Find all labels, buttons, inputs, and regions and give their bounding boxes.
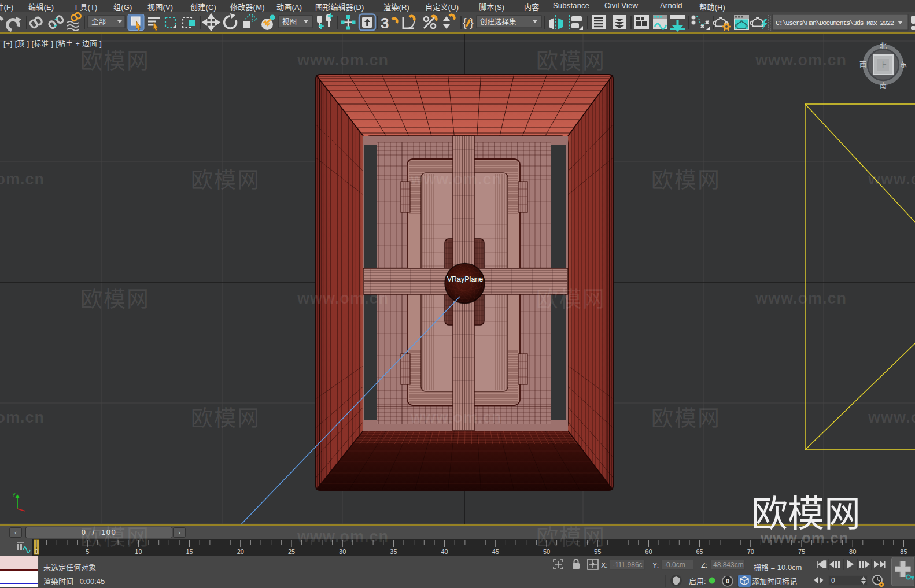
svg-text:北: 北 [880, 40, 887, 50]
svg-text:东: 东 [900, 59, 907, 69]
svg-text:45: 45 [492, 548, 499, 555]
svg-text:25: 25 [288, 548, 295, 555]
svg-text:85: 85 [900, 548, 907, 555]
svg-text:西: 西 [859, 59, 866, 69]
svg-text:15: 15 [186, 548, 193, 555]
svg-text:视图: 视图 [282, 16, 297, 27]
svg-text:0: 0 [35, 548, 38, 555]
svg-text:75: 75 [798, 548, 805, 555]
svg-text:上: 上 [879, 59, 887, 70]
svg-text:55: 55 [594, 548, 601, 555]
svg-text:C:\Users\Han\Documents\3ds Max: C:\Users\Han\Documents\3ds Max 2022 [776, 19, 894, 27]
svg-text:30: 30 [339, 548, 346, 555]
svg-text:20: 20 [237, 548, 244, 555]
svg-text:南: 南 [880, 80, 887, 90]
svg-text:5: 5 [86, 548, 89, 555]
svg-text:y: y [13, 491, 16, 497]
svg-text:}: } [470, 16, 474, 29]
svg-text:65: 65 [696, 548, 703, 555]
svg-text:{: { [463, 16, 467, 29]
svg-text:3: 3 [381, 14, 389, 32]
svg-text:70: 70 [747, 548, 754, 555]
svg-text:创建选择集: 创建选择集 [480, 16, 516, 27]
svg-text:50: 50 [543, 548, 550, 555]
svg-text:VRayPlane: VRayPlane [447, 275, 484, 283]
svg-text:80: 80 [849, 548, 856, 555]
svg-text:60: 60 [645, 548, 652, 555]
svg-text:10: 10 [135, 548, 142, 555]
svg-text:40: 40 [441, 548, 448, 555]
svg-text:全部: 全部 [91, 16, 106, 27]
svg-text:35: 35 [390, 548, 397, 555]
svg-text:0: 0 [726, 578, 729, 585]
